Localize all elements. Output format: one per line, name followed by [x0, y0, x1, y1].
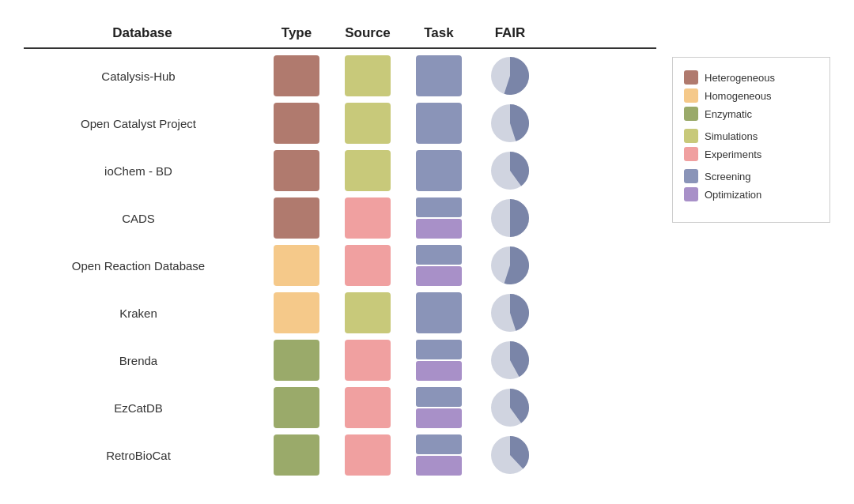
legend-swatch [684, 70, 698, 85]
col-task: Task [403, 25, 474, 41]
legend-label: Experiments [705, 149, 761, 160]
row-label: Kraken [24, 307, 261, 320]
fair-cell [474, 387, 546, 428]
source-cell [332, 103, 403, 144]
source-cell [332, 387, 403, 428]
task-cell [403, 150, 474, 191]
row-label: CADS [24, 212, 261, 225]
task-cell [403, 103, 474, 144]
type-cell [261, 103, 332, 144]
task-cell [403, 434, 474, 476]
source-cell [332, 340, 403, 381]
type-cell [261, 150, 332, 191]
source-cell [332, 434, 403, 476]
table-row: EzCatDB [24, 384, 656, 431]
fair-cell [474, 434, 546, 476]
type-cell [261, 292, 332, 333]
type-cell [261, 197, 332, 239]
legend-item: Homogeneous [684, 88, 818, 103]
legend-group-2: Screening Optimization [684, 169, 818, 201]
fair-cell [474, 340, 546, 381]
legend-item: Heterogeneous [684, 70, 818, 85]
legend-item: Optimization [684, 187, 818, 201]
legend-section: Heterogeneous Homogeneous Enzymatic Simu… [672, 57, 830, 223]
row-label: Brenda [24, 354, 261, 367]
source-cell [332, 197, 403, 239]
type-cell [261, 434, 332, 476]
legend-swatch [684, 187, 698, 201]
table-row: ioChem - BD [24, 147, 656, 194]
fair-cell [474, 55, 546, 96]
table-row: Brenda [24, 337, 656, 384]
task-cell [403, 197, 474, 239]
task-cell [403, 292, 474, 333]
source-cell [332, 245, 403, 286]
legend-swatch [684, 147, 698, 161]
table-row: CADS [24, 194, 656, 242]
type-cell [261, 55, 332, 96]
col-type: Type [261, 25, 332, 41]
fair-cell [474, 197, 546, 239]
legend-swatch [684, 88, 698, 103]
table-row: RetroBioCat [24, 431, 656, 479]
legend-item: Enzymatic [684, 107, 818, 121]
source-cell [332, 292, 403, 333]
legend-item: Screening [684, 169, 818, 183]
legend-label: Enzymatic [705, 108, 752, 120]
legend-label: Heterogeneous [705, 72, 775, 84]
source-cell [332, 150, 403, 191]
data-rows: Catalysis-Hub Open Catalyst Project ioCh… [24, 52, 656, 479]
fair-cell [474, 150, 546, 191]
legend-item: Simulations [684, 129, 818, 143]
fair-cell [474, 103, 546, 144]
table-row: Kraken [24, 289, 656, 337]
row-label: EzCatDB [24, 401, 261, 415]
fair-cell [474, 292, 546, 333]
legend-swatch [684, 169, 698, 183]
col-source: Source [332, 25, 403, 41]
fair-cell [474, 245, 546, 286]
table-row: Open Reaction Database [24, 242, 656, 289]
table-row: Open Catalyst Project [24, 100, 656, 147]
row-label: Open Catalyst Project [24, 117, 261, 130]
row-label: Catalysis-Hub [24, 70, 261, 83]
legend-label: Optimization [705, 189, 761, 201]
task-cell [403, 387, 474, 428]
legend-item: Experiments [684, 147, 818, 161]
task-cell [403, 55, 474, 96]
legend-label: Screening [705, 171, 751, 182]
legend-swatch [684, 107, 698, 121]
legend-swatch [684, 129, 698, 143]
row-label: ioChem - BD [24, 164, 261, 178]
type-cell [261, 340, 332, 381]
legend-label: Homogeneous [705, 90, 772, 102]
header-row: Database Type Source Task FAIR [24, 25, 656, 49]
col-database: Database [24, 25, 261, 41]
table-row: Catalysis-Hub [24, 52, 656, 100]
task-cell [403, 340, 474, 381]
table-section: Database Type Source Task FAIR Catalysis… [24, 25, 656, 479]
type-cell [261, 387, 332, 428]
col-fair: FAIR [474, 25, 546, 41]
chart-container: Database Type Source Task FAIR Catalysis… [0, 9, 854, 495]
legend-group-1: Simulations Experiments [684, 129, 818, 161]
legend-label: Simulations [705, 130, 758, 142]
legend-content: Heterogeneous Homogeneous Enzymatic Simu… [684, 70, 818, 201]
task-cell [403, 245, 474, 286]
row-label: RetroBioCat [24, 449, 261, 462]
source-cell [332, 55, 403, 96]
row-label: Open Reaction Database [24, 259, 261, 273]
type-cell [261, 245, 332, 286]
legend-group-0: Heterogeneous Homogeneous Enzymatic [684, 70, 818, 121]
